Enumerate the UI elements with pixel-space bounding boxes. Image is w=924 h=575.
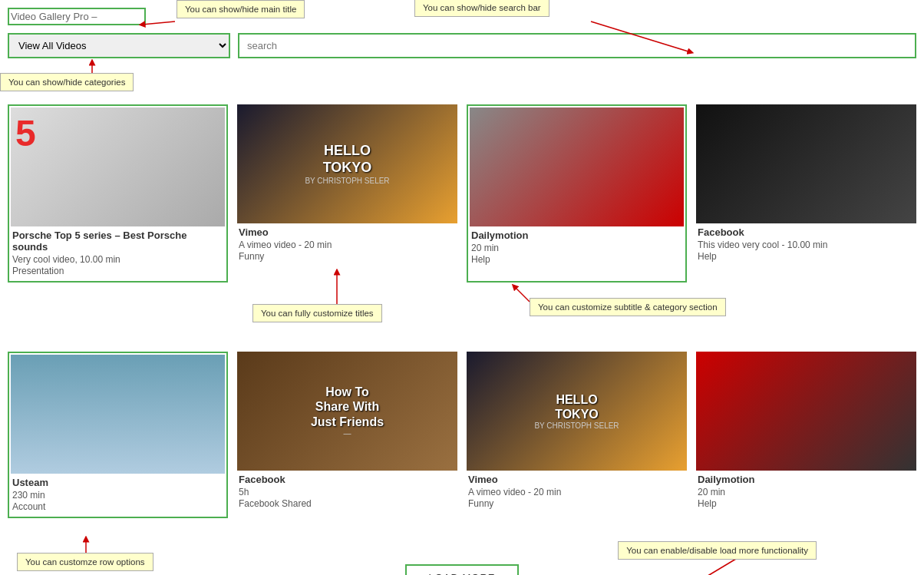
video-subtitle-porsche: Very cool video, 10.00 min xyxy=(12,254,223,265)
video-subtitle-vimeo2: A vimeo video - 20 min xyxy=(468,487,685,497)
video-card-vimeo[interactable]: HELLOTOKYO BY CHRISTOPH SELER Vimeo A vi… xyxy=(237,104,457,283)
video-grid-row2: Usteam 230 min Account You can customze … xyxy=(8,352,916,518)
arrow-row-options xyxy=(9,353,201,575)
video-title-porsche: Porsche Top 5 series – Best Porsche soun… xyxy=(12,230,223,253)
video-card-dailymotion2[interactable]: Dailymotion 20 min Help xyxy=(696,352,916,518)
page-wrapper: You can show/hide main title You can sho… xyxy=(8,8,916,575)
load-more-button[interactable]: LOAD MORE xyxy=(405,564,518,575)
video-title-vimeo2: Vimeo xyxy=(468,474,685,485)
arrow-search xyxy=(8,8,916,69)
video-title-fb-share: Facebook xyxy=(239,474,456,485)
video-category-dailymotion2: Help xyxy=(698,498,915,509)
svg-line-6 xyxy=(701,557,740,575)
video-subtitle-dailymotion2: 20 min xyxy=(698,487,915,497)
video-title-dailymotion2: Dailymotion xyxy=(698,474,915,485)
video-card-facebook-share[interactable]: How ToShare WithJust Friends — Facebook … xyxy=(237,352,457,518)
arrow-customize-titles xyxy=(237,104,467,342)
video-card-dailymotion[interactable]: Dailymotion 20 min Help You can customiz… xyxy=(467,104,687,283)
video-category-fb-share: Facebook Shared xyxy=(239,498,456,509)
video-card-vimeo2[interactable]: HELLOTOKYO BY CHRISTOPH SELER Vimeo A vi… xyxy=(467,352,687,518)
video-subtitle-fb-share: 5h xyxy=(239,487,456,497)
svg-line-4 xyxy=(514,286,530,302)
load-more-row: LOAD MORE You can enable/disable load mo… xyxy=(8,564,916,575)
arrow-load-more xyxy=(533,534,916,575)
svg-line-2 xyxy=(591,21,691,52)
video-card-usteam[interactable]: Usteam 230 min Account You can customze … xyxy=(8,352,228,518)
video-category-vimeo2: Funny xyxy=(468,498,685,509)
video-grid-row1: 5 Porsche Top 5 series – Best Porsche so… xyxy=(8,104,916,283)
video-card-porsche[interactable]: 5 Porsche Top 5 series – Best Porsche so… xyxy=(8,104,228,283)
video-category-porsche: Presentation xyxy=(12,266,223,276)
